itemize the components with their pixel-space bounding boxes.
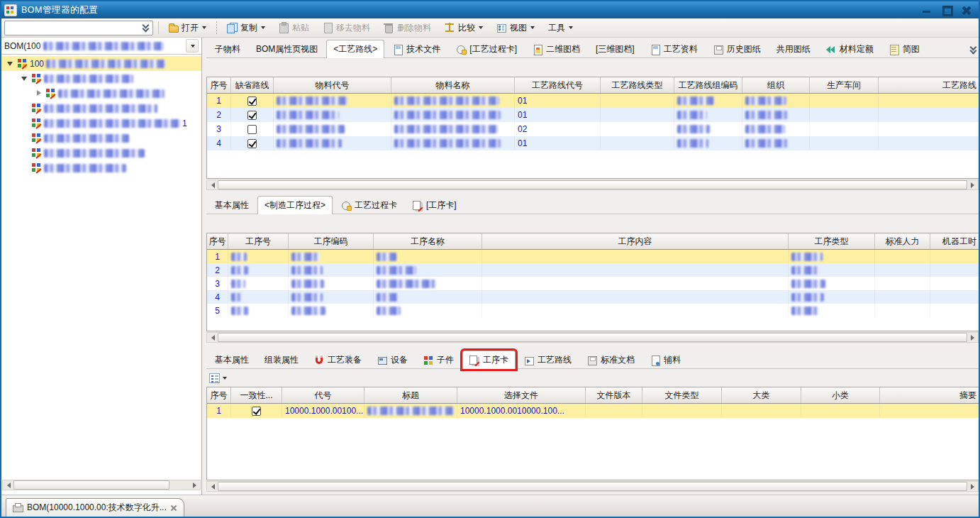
checkbox[interactable] <box>247 139 257 148</box>
tree-item-bom-node[interactable] <box>1 160 201 175</box>
checkbox[interactable] <box>247 125 257 134</box>
tab-operation-card[interactable]: 工序卡 <box>462 351 516 369</box>
tab-3d-drawings[interactable]: [三维图档] <box>589 40 642 57</box>
scroll-left-button[interactable] <box>4 481 13 489</box>
tab-history-drawings[interactable]: 历史图纸 <box>706 40 768 57</box>
scroll-left-button[interactable] <box>208 334 218 341</box>
expander-open-icon[interactable] <box>6 59 15 68</box>
scroll-left-button[interactable] <box>208 483 218 490</box>
tab-overflow-chevron-icon[interactable] <box>969 45 977 54</box>
tree-item-bom-node[interactable] <box>1 101 201 116</box>
tab-operation-card[interactable]: [工序卡] <box>406 197 464 214</box>
tab-basic-properties[interactable]: 基本属性 <box>208 197 256 214</box>
column-header[interactable]: 工艺路线类型 <box>601 77 674 93</box>
tab-material-quota[interactable]: 材料定额 <box>819 40 881 57</box>
table-row[interactable]: 4 <box>207 290 979 304</box>
column-header[interactable]: 工序名称 <box>374 233 482 249</box>
tab-bom-property-page-view[interactable]: BOM属性页视图 <box>249 40 325 57</box>
maximize-button[interactable] <box>937 4 956 16</box>
table-row[interactable]: 110000.1000.00100...10000.1000.0010000.1… <box>207 404 979 418</box>
tab-shared-drawings[interactable]: 共用图纸 <box>769 40 818 57</box>
column-header[interactable]: 标题 <box>364 387 457 403</box>
tree-item-bom-node[interactable]: 1 <box>1 116 201 131</box>
tab-sub-materials[interactable]: 子物料 <box>208 40 247 57</box>
column-header[interactable]: 摘要 <box>880 387 979 403</box>
table-row[interactable]: 302 <box>207 122 979 136</box>
column-header[interactable]: 工艺路线代号 <box>515 77 601 93</box>
column-header[interactable]: 文件版本 <box>586 387 642 403</box>
column-header[interactable]: 工序编码 <box>289 233 374 249</box>
scrollbar-thumb[interactable] <box>218 482 967 491</box>
bom-document-tab[interactable]: BOM(10000.1000.00:技术数字化升... <box>6 498 184 517</box>
minimize-button[interactable] <box>918 4 936 16</box>
open-button[interactable]: 打开 <box>164 20 211 36</box>
scroll-left-button[interactable] <box>208 181 218 189</box>
operation-table-scrollbar[interactable] <box>206 332 979 343</box>
column-header[interactable]: 物料名称 <box>391 77 515 93</box>
tree-horizontal-scrollbar[interactable] <box>2 480 201 490</box>
close-button[interactable] <box>957 4 976 16</box>
table-row[interactable]: 5 <box>207 304 979 317</box>
tree-header-combobox[interactable]: BOM(100 <box>1 38 201 55</box>
tree-item-bom-node[interactable] <box>1 71 201 86</box>
column-header[interactable]: 文件类型 <box>642 387 722 403</box>
tree-item-bom-node[interactable] <box>1 131 201 145</box>
scrollbar-thumb[interactable] <box>13 480 169 490</box>
column-header[interactable]: 一致性... <box>231 387 282 403</box>
delete-material-button[interactable]: 删除物料 <box>379 20 436 36</box>
tab-process-route[interactable]: 工艺路线 <box>517 351 579 368</box>
column-header[interactable]: 工序号 <box>228 233 289 249</box>
column-header[interactable]: 选择文件 <box>457 387 586 403</box>
caret-down-icon[interactable] <box>223 377 227 380</box>
compare-button[interactable]: 比较 <box>440 20 488 36</box>
checkbox[interactable] <box>247 111 257 120</box>
route-table-scrollbar[interactable] <box>206 180 979 190</box>
checkbox[interactable] <box>252 407 261 416</box>
column-header[interactable]: 工序类型 <box>789 233 875 249</box>
card-table-scrollbar[interactable] <box>206 481 979 492</box>
column-header[interactable]: 标准人力 <box>875 233 930 249</box>
tree-item-bom-node[interactable] <box>1 86 201 101</box>
column-header[interactable]: 工艺路线 <box>879 77 979 93</box>
tree-header-dropdown-button[interactable] <box>186 39 199 53</box>
tab-auxiliary-material[interactable]: 辅料 <box>643 351 688 368</box>
tab-process-route[interactable]: <工艺路线> <box>326 40 384 58</box>
tab-2d-drawings[interactable]: 二维图档 <box>525 40 587 57</box>
scroll-right-button[interactable] <box>967 483 977 490</box>
tab-basic-properties[interactable]: 基本属性 <box>208 351 256 368</box>
tab-manufacturing-process[interactable]: <制造工序过程> <box>257 196 333 214</box>
column-header[interactable]: 序号 <box>207 77 231 93</box>
table-row[interactable]: 201 <box>207 108 979 122</box>
column-header[interactable]: 生产车间 <box>810 77 879 93</box>
table-row[interactable]: 3 <box>207 277 979 290</box>
tab-process-data[interactable]: 工艺资料 <box>643 40 705 57</box>
scrollbar-thumb[interactable] <box>218 180 967 189</box>
close-tab-icon[interactable] <box>170 505 177 512</box>
column-header[interactable]: 代号 <box>282 387 364 403</box>
remove-material-button[interactable]: 移去物料 <box>318 20 375 36</box>
column-header[interactable]: 工艺路线组编码 <box>674 77 742 93</box>
scroll-right-button[interactable] <box>967 181 977 189</box>
view-button[interactable]: 视图 <box>491 20 540 36</box>
tab-process-equipment[interactable]: 工艺装备 <box>307 351 369 368</box>
column-header[interactable]: 组织 <box>742 77 810 93</box>
scrollbar-thumb[interactable] <box>218 333 967 342</box>
column-header[interactable]: 序号 <box>207 233 228 249</box>
tools-button[interactable]: 工具 <box>543 20 578 36</box>
scroll-right-button[interactable] <box>189 481 199 489</box>
tab-technical-files[interactable]: 技术文件 <box>386 40 447 57</box>
column-header[interactable]: 小类 <box>801 387 880 403</box>
tab-process-flow-card[interactable]: [工艺过程卡] <box>449 40 524 57</box>
table-row[interactable]: 401 <box>207 136 979 150</box>
column-header[interactable]: 缺省路线 <box>231 77 274 93</box>
tab-equipment[interactable]: 设备 <box>370 351 415 368</box>
column-header[interactable]: 工序内容 <box>482 233 789 249</box>
column-header[interactable]: 大类 <box>722 387 801 403</box>
checkbox[interactable] <box>247 97 257 106</box>
copy-button[interactable]: 复制 <box>222 20 270 36</box>
table-row[interactable]: 101 <box>207 94 979 108</box>
scroll-right-button[interactable] <box>967 334 977 341</box>
list-view-icon[interactable] <box>209 373 220 383</box>
table-row[interactable]: 1 <box>207 250 979 263</box>
tab-assembly-properties[interactable]: 组装属性 <box>257 351 306 368</box>
